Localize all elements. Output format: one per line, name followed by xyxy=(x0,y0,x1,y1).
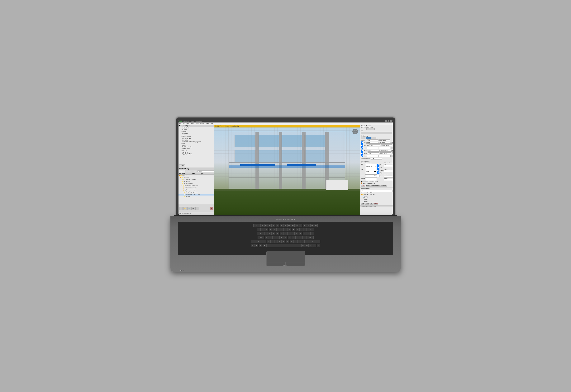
list-item[interactable]: ▶📁 03_3D Model Coordination xyxy=(179,184,214,186)
off-button[interactable]: OFF xyxy=(361,137,365,139)
touchpad-right-button[interactable] xyxy=(286,262,305,266)
import-button[interactable]: ⬇ xyxy=(179,207,183,210)
set-left-button[interactable]: Set Left xyxy=(391,147,392,149)
copy-button[interactable]: Copy xyxy=(366,185,370,186)
menu-archive[interactable]: Archive xyxy=(200,123,205,124)
key-5[interactable]: 5 xyxy=(276,228,280,231)
bottom-checkbox[interactable] xyxy=(361,144,363,147)
key-v[interactable]: v xyxy=(278,240,282,243)
key-enter[interactable]: Enter xyxy=(307,236,314,239)
tree-item-qaqc[interactable]: ▶ QAQC xyxy=(179,144,214,146)
key-r[interactable]: r xyxy=(276,232,279,235)
key-f3[interactable]: F3 xyxy=(268,224,271,227)
key-u[interactable]: u xyxy=(287,232,291,235)
key-f5[interactable]: F5 xyxy=(276,224,279,227)
key-0[interactable]: 0 xyxy=(296,228,299,231)
key-lshift[interactable]: ⇧ xyxy=(251,240,266,243)
key-l[interactable]: l xyxy=(295,236,299,239)
back-offset-input[interactable] xyxy=(367,155,379,157)
menu-file[interactable]: File xyxy=(179,123,181,124)
front-checkbox[interactable] xyxy=(361,152,363,155)
key-comma[interactable]: , xyxy=(293,240,297,243)
tree-item-model[interactable]: ▶ Model xyxy=(179,143,214,144)
key-y[interactable]: y xyxy=(284,232,287,235)
download-button[interactable]: ⬇ xyxy=(195,207,199,210)
key-e[interactable]: e xyxy=(272,232,275,235)
tree-item-level[interactable]: ▶ Level xyxy=(179,134,214,136)
key-backtick[interactable]: ` xyxy=(257,228,261,231)
key-a[interactable]: a xyxy=(265,236,268,239)
key-quote[interactable]: ' xyxy=(303,236,306,239)
key-n[interactable]: n xyxy=(286,240,289,243)
maximize-button[interactable]: □ xyxy=(388,120,390,122)
presets-search-input[interactable] xyxy=(361,190,392,192)
key-x[interactable]: x xyxy=(270,240,274,243)
key-3[interactable]: 3 xyxy=(269,228,272,231)
left-offset-input[interactable] xyxy=(367,147,378,149)
set-top-button[interactable]: Set Top xyxy=(390,142,393,144)
rotation-input[interactable] xyxy=(371,158,382,159)
right-offset-input[interactable] xyxy=(368,150,379,152)
menu-edit[interactable]: Edit xyxy=(183,123,185,124)
tree-item-bylevel[interactable]: ▶ By Level xyxy=(179,129,214,130)
key-left[interactable]: ← xyxy=(309,244,313,247)
key-alt[interactable]: alt xyxy=(263,244,266,247)
key-rbracket[interactable]: ] xyxy=(306,232,310,235)
key-1[interactable]: 1 xyxy=(261,228,265,231)
key-p[interactable]: p xyxy=(299,232,302,235)
key-6[interactable]: 6 xyxy=(280,228,284,231)
key-ralt[interactable]: alt xyxy=(301,244,305,247)
key-backspace[interactable]: ← xyxy=(307,228,314,231)
tree-item-tag-physical[interactable]: ▶ Tag_PhysicalType xyxy=(179,153,214,155)
tree-item-revit-family[interactable]: ▶ Revit_Family_Type xyxy=(179,146,214,148)
add-preset-button[interactable]: Add xyxy=(361,203,365,205)
tree-item-lighting[interactable]: ▶ Lighting Fixtures xyxy=(179,136,214,138)
key-s[interactable]: s xyxy=(269,236,272,239)
preset-item-level2[interactable]: 📋 Level 2 xyxy=(361,197,392,199)
key-f12[interactable]: F12 xyxy=(303,224,306,227)
key-lbracket[interactable]: [ xyxy=(303,232,306,235)
back-checkbox[interactable] xyxy=(361,155,363,157)
key-i[interactable]: i xyxy=(291,232,295,235)
key-space[interactable] xyxy=(266,244,301,247)
tree-item-revit-function[interactable]: ▶ Revit_Function xyxy=(179,148,214,150)
key-f6[interactable]: F6 xyxy=(280,224,283,227)
face-checkbox[interactable] xyxy=(377,166,379,169)
assign-button[interactable]: 🔗 xyxy=(187,207,191,210)
tree-item-mep[interactable]: ▶ Mechanical and Plumbing Systems xyxy=(179,141,214,143)
top-checkbox[interactable] xyxy=(361,141,363,144)
tree-item-taglevel[interactable]: ▶ Tag_Level xyxy=(179,151,214,153)
key-equals[interactable]: = xyxy=(303,228,307,231)
tree-item-materials[interactable]: ▶ Materials - CAD xyxy=(179,138,214,139)
key-c[interactable]: c xyxy=(274,240,278,243)
list-item[interactable]: 📁 01_Master Alignment F... xyxy=(179,186,214,188)
list-item[interactable]: 📁 00_Project Procurement xyxy=(179,179,214,180)
tab-selection[interactable]: Selection xyxy=(185,170,192,173)
key-slash[interactable]: / xyxy=(301,240,305,243)
key-del[interactable]: del xyxy=(314,224,318,227)
list-item[interactable]: 📁 Archive xyxy=(179,196,214,197)
key-b[interactable]: b xyxy=(282,240,286,243)
list-item[interactable]: 📄 09122019 Boom Blo... DWG xyxy=(179,194,214,196)
menu-help[interactable]: Help xyxy=(210,123,213,124)
left-inches-input[interactable] xyxy=(379,147,390,149)
set-front-button[interactable]: Set Front xyxy=(392,152,392,154)
hide-button[interactable]: HIDE xyxy=(366,137,371,139)
list-item[interactable]: 📁 01_VDCOnP xyxy=(179,180,214,182)
tab-filter[interactable]: Filter xyxy=(192,170,197,173)
mode-select[interactable]: Point to Point xyxy=(365,164,377,169)
delta-x-input[interactable] xyxy=(384,170,393,172)
minimize-button[interactable]: − xyxy=(385,120,387,122)
key-8[interactable]: 8 xyxy=(288,228,291,231)
preset-item-level4[interactable]: 📋 Level 4 xyxy=(361,200,392,202)
set-back-button[interactable]: Set Back xyxy=(391,155,393,157)
key-prtsc[interactable]: prt xyxy=(306,224,310,227)
units-select[interactable]: Inches xyxy=(365,169,377,174)
key-right[interactable]: → xyxy=(317,244,320,247)
key-f10[interactable]: F10 xyxy=(295,224,299,227)
delta-y-input[interactable] xyxy=(384,176,393,178)
center-checkbox[interactable] xyxy=(377,175,379,177)
key-backslash[interactable]: \ xyxy=(310,232,314,235)
left-checkbox[interactable] xyxy=(361,147,363,149)
vertex-checkbox[interactable] xyxy=(377,164,379,166)
